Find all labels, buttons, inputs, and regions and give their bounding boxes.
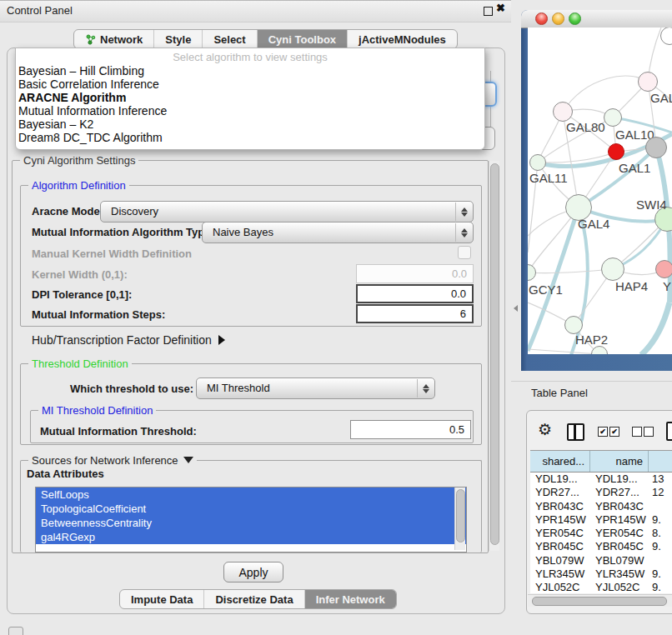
- attribute-item[interactable]: gal4RGexp: [36, 530, 466, 544]
- column-header-name[interactable]: name: [590, 451, 649, 472]
- algorithm-option[interactable]: Mutual Information Inference: [18, 104, 482, 118]
- close-traffic-light-icon[interactable]: [535, 12, 548, 25]
- aracne-mode-select[interactable]: Discovery: [100, 201, 474, 222]
- columns-icon[interactable]: [567, 423, 584, 441]
- table-cell: [649, 500, 672, 513]
- tab-label: Select: [213, 33, 245, 46]
- node-unlabeled[interactable]: [591, 346, 608, 354]
- data-attributes-list[interactable]: SelfLoopsTopologicalCoefficientBetweenne…: [35, 487, 467, 552]
- sources-legend[interactable]: Sources for Network Inference: [28, 454, 197, 467]
- tab-infer-network[interactable]: Infer Network: [305, 590, 396, 608]
- zoom-traffic-light-icon[interactable]: [569, 12, 581, 25]
- node-unlabeled[interactable]: [645, 137, 667, 158]
- tab-label: Cyni Toolbox: [268, 33, 336, 46]
- table-cell: YLR345W: [590, 568, 649, 581]
- node-gal11[interactable]: [529, 154, 546, 171]
- table-row[interactable]: YER054CYER054C8.: [530, 527, 672, 540]
- stepper-icon: [417, 379, 434, 398]
- table-cell: YLR345W: [530, 568, 590, 581]
- float-window-icon[interactable]: [484, 7, 493, 16]
- apply-button[interactable]: Apply: [223, 562, 283, 582]
- bottom-left-button-fragment[interactable]: [8, 627, 23, 635]
- algorithm-option[interactable]: Bayesian – Hill Climbing: [18, 64, 482, 78]
- kernel-width-input[interactable]: 0.0: [356, 264, 474, 283]
- node-gal80[interactable]: [553, 102, 573, 122]
- table-row[interactable]: YLR345WYLR345W9.: [530, 568, 672, 581]
- collapsed-arrow-icon[interactable]: [218, 335, 225, 345]
- unchecked-box-icon[interactable]: [644, 427, 654, 437]
- document-icon[interactable]: [666, 422, 672, 441]
- mi-steps-label: Mutual Information Steps:: [32, 308, 165, 321]
- attribute-item[interactable]: SelfLoops: [36, 488, 466, 502]
- table-row[interactable]: YJL052CYJL052C9.: [530, 581, 672, 593]
- table-hscrollbar-thumb[interactable]: [532, 597, 667, 606]
- table-header-row[interactable]: shared...nameA: [530, 450, 672, 472]
- which-threshold-label: Which threshold to use:: [70, 382, 193, 395]
- tab-network[interactable]: Network: [74, 30, 154, 48]
- settings-scrollbar-thumb[interactable]: [490, 163, 499, 545]
- column-header-A[interactable]: A: [649, 451, 672, 472]
- column-header-shared...[interactable]: shared...: [530, 451, 590, 472]
- table-row[interactable]: YDR27...YDR27...12: [530, 486, 672, 499]
- algorithm-popup-placeholder: Select algorithm to view settings: [16, 51, 484, 63]
- manual-kernel-checkbox[interactable]: [458, 246, 471, 259]
- node-label: HAP4: [615, 279, 648, 293]
- tab-impute-data[interactable]: Impute Data: [120, 590, 204, 608]
- tab-jactivemnodules[interactable]: jActiveMNodules: [348, 30, 457, 48]
- which-threshold-select[interactable]: MI Threshold: [196, 378, 435, 399]
- splitter-handle-icon[interactable]: [514, 305, 518, 312]
- node-unlabeled[interactable]: [660, 28, 672, 45]
- hub-definition-toggle[interactable]: Hub/Transcription Factor Definition: [32, 333, 225, 347]
- tab-style[interactable]: Style: [154, 30, 203, 48]
- stepper-icon: [455, 202, 472, 221]
- close-icon[interactable]: ✖: [496, 2, 505, 14]
- minimize-traffic-light-icon[interactable]: [552, 12, 564, 25]
- algorithm-option[interactable]: ARACNE Algorithm: [18, 91, 482, 104]
- mi-threshold-legend: MI Threshold Definition: [38, 404, 156, 417]
- node-table[interactable]: shared...nameA YDL19...YDL19...13YDR27..…: [530, 450, 672, 593]
- table-panel-title: Table Panel: [531, 387, 588, 399]
- node-gal10[interactable]: [604, 108, 622, 127]
- settings-scrollbar[interactable]: [489, 161, 499, 551]
- node-hap2[interactable]: [564, 316, 583, 334]
- aracne-mode-label: Aracne Mode:: [32, 205, 103, 218]
- network-canvas[interactable]: GALGAL80GAL10GAL1GAL11GAL4SWI4GCY1HAP4YH…: [528, 28, 672, 354]
- node-y[interactable]: [655, 260, 672, 278]
- network-window-titlebar[interactable]: [521, 10, 672, 28]
- dpi-tolerance-input[interactable]: 0.0: [356, 284, 474, 303]
- attribute-item[interactable]: TopologicalCoefficient: [36, 502, 466, 516]
- tab-discretize-data[interactable]: Discretize Data: [204, 590, 304, 608]
- table-cell: 9.: [649, 513, 672, 527]
- unchecked-box-icon[interactable]: [632, 427, 642, 437]
- node-gal[interactable]: [638, 72, 658, 92]
- node-hap4[interactable]: [601, 258, 624, 281]
- table-row[interactable]: YBL079WYBL079W: [530, 554, 672, 568]
- mi-type-select[interactable]: Naive Bayes: [202, 222, 474, 243]
- algorithm-option[interactable]: Dream8 DC_TDC Algorithm: [18, 131, 482, 144]
- mi-threshold-input[interactable]: 0.5: [350, 420, 471, 439]
- table-row[interactable]: YPR145WYPR145W9.: [530, 513, 672, 527]
- tab-cyni-toolbox[interactable]: Cyni Toolbox: [258, 30, 348, 48]
- table-row[interactable]: YBR043CYBR043C: [530, 500, 672, 513]
- attributes-scrollbar[interactable]: [454, 488, 465, 550]
- node-gal1[interactable]: [608, 143, 624, 160]
- table-row[interactable]: YBR045CYBR045C9.: [530, 540, 672, 553]
- control-panel-titlebar[interactable]: Control Panel ✖: [0, 0, 511, 22]
- checked-box-icon[interactable]: ✔: [609, 427, 619, 437]
- gear-icon[interactable]: ⚙: [538, 422, 552, 438]
- algorithm-option[interactable]: Bayesian – K2: [18, 118, 482, 131]
- kernel-width-label: Kernel Width (0,1):: [32, 268, 128, 281]
- tab-select[interactable]: Select: [203, 30, 257, 48]
- table-hscrollbar[interactable]: [528, 594, 672, 607]
- checked-box-icon[interactable]: ✔: [598, 427, 608, 437]
- table-row[interactable]: YDL19...YDL19...13: [530, 472, 672, 486]
- attribute-item[interactable]: BetweennessCentrality: [36, 516, 466, 530]
- application-window: Control Panel ✖ NetworkStyleSelectCyni T…: [0, 0, 672, 635]
- table-cell: YJL052C: [530, 581, 590, 593]
- table-body[interactable]: YDL19...YDL19...13YDR27...YDR27...12YBR0…: [530, 472, 672, 593]
- expanded-arrow-icon[interactable]: [183, 457, 193, 463]
- mi-steps-input[interactable]: 6: [356, 304, 474, 323]
- algorithm-option[interactable]: Basic Correlation Inference: [18, 78, 482, 91]
- attributes-scrollbar-thumb[interactable]: [456, 489, 465, 542]
- node-gcy1[interactable]: [528, 264, 536, 281]
